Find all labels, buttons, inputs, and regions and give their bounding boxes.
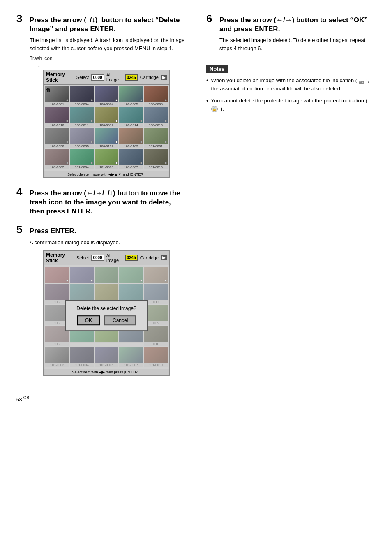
notes-header: Notes [206, 65, 228, 73]
right-column: 6 Press the arrow (←/→) button to select… [202, 12, 376, 383]
ms-cell-label: 100-0102 [95, 144, 118, 148]
ms-cell: 101-0010 [144, 149, 168, 169]
ms-select-value-1: 0000 [91, 74, 104, 81]
ms-footer-1: Select delete image with ◀▶▲▼ and [ENTER… [44, 171, 169, 177]
notes-item-1-text: When you delete an image with the associ… [211, 76, 376, 93]
left-column: 3 Press the arrow (↑/↓) button to select… [16, 12, 190, 383]
ms-cell-label [45, 283, 69, 283]
ms-footer-2: Select item with ◀▶ then press [ENTER] . [44, 369, 169, 375]
ms-select-label-2: Select [76, 255, 89, 260]
step-4-number: 4 [16, 185, 25, 198]
ms-cell: 101-0006 [95, 149, 118, 169]
ms-cell-label: 101-0006 [95, 363, 118, 367]
ms-cell-label: 100-0015 [144, 123, 168, 127]
locale: GB [23, 396, 29, 400]
ms-cell: 101-0006 [95, 347, 118, 367]
ms-cell: 101-0001 [144, 128, 168, 148]
ms-cell-label: 100-0011 [70, 123, 94, 127]
ms-select-label-1: Select [76, 75, 89, 80]
ms-cell-label: 100-0014 [119, 123, 143, 127]
ms-cell-label: 100-0005 [119, 102, 143, 107]
ms-cell-label: 101-0006 [95, 165, 118, 169]
ms-cartridge-2: Cartridge [140, 255, 159, 260]
step-3-title: Press the arrow (↑/↓) button to select “… [30, 16, 186, 34]
step-3-number: 3 [16, 12, 25, 25]
ms-cell-label [119, 342, 143, 343]
step-3-body: The image list is displayed. A trash ico… [30, 36, 186, 52]
ms-count-1: 0245 [125, 74, 138, 81]
ms-cell: 100-0035 [70, 128, 94, 148]
ms-cell-label: 100-0030 [45, 144, 69, 148]
confirm-buttons: OK Cancel [73, 315, 140, 325]
ms-cell-label: 100-0064 [95, 102, 118, 107]
ms-cell: 101-0004 [70, 149, 94, 169]
ms-cell: 101-0002 [45, 149, 69, 169]
ms-cell-label: 101-0002 [45, 363, 69, 367]
ms-cell-label: 001 [144, 342, 168, 346]
page-number: 68 [16, 397, 22, 403]
ms-cell: 101-0019 [144, 347, 168, 367]
ms-ui-2: Memory Stick Select 0000 All Image 0245 … [43, 250, 170, 376]
ms-cell: 100-0015 [144, 107, 168, 127]
trash-arrow-indicator: ↓ [30, 63, 186, 68]
ms-cell-label [95, 342, 118, 343]
trash-icon-label: Trash icon [30, 56, 186, 61]
ms-cell [45, 267, 69, 283]
ms-cell-label: 101-0010 [144, 165, 168, 169]
step-6-number: 6 [206, 12, 215, 25]
ms-cell: 100-0005 [119, 86, 143, 107]
cancel-button[interactable]: Cancel [104, 315, 136, 325]
ms-grid-2-container: 100-009100-015100-001101-0002101-0004101… [44, 265, 169, 369]
memory-stick-ui-1: Memory Stick Select 0000 All Image 0245 … [30, 70, 186, 178]
ms-cell: 101-0004 [70, 347, 94, 367]
ms-cell-label: 101-0007 [119, 165, 143, 169]
confirm-dialog: Delete the selected image? OK Cancel [65, 300, 148, 331]
protect-icon: 🔒 [211, 106, 218, 112]
ms-cell-label: 101-0004 [70, 363, 94, 367]
ms-cell: 100-0011 [70, 107, 94, 127]
ms-cell: 100-0012 [95, 107, 118, 127]
step-6-title: Press the arrow (←/→) button to select “… [219, 16, 376, 34]
ok-button[interactable]: OK [77, 315, 100, 325]
svg-rect-1 [359, 81, 361, 82]
ms-cell-label: 100-0035 [70, 144, 94, 148]
ms-cell-label [144, 283, 168, 283]
ms-ui-1: Memory Stick Select 0000 All Image 0245 … [43, 70, 170, 178]
step-4-block: 4 Press the arrow (←/→/↑/↓) button to mo… [16, 185, 186, 216]
notes-list: When you delete an image with the associ… [206, 76, 376, 113]
ms-cell-label: 100-0004 [70, 102, 94, 107]
notes-item-1: When you delete an image with the associ… [206, 76, 376, 93]
ms-header-2: Memory Stick Select 0000 All Image 0245 … [44, 251, 169, 265]
ms-cell: 100-0004 [70, 86, 94, 107]
ms-cell-label: 100-0008 [144, 102, 168, 107]
notes-item-2-text: You cannot delete the protected image wi… [211, 97, 376, 113]
ms-cell: 100-0064 [95, 86, 118, 107]
ms-title-1: Memory Stick [46, 72, 74, 83]
ms-count-2: 0245 [125, 255, 138, 261]
ms-cell: 100-0010 [45, 107, 69, 127]
ms-select-value-2: 0000 [91, 255, 104, 261]
ms-cell: 100-0014 [119, 107, 143, 127]
ms-header-1: Memory Stick Select 0000 All Image 0245 … [44, 70, 169, 85]
ms-cell-label: 101-0002 [45, 165, 69, 169]
ms-all-image-2: All Image [106, 253, 123, 263]
step-5-header: 5 Press ENTER. [16, 223, 186, 236]
ms-cell [144, 267, 168, 283]
ms-cell: 100-0103 [119, 128, 143, 148]
ms-icon-2: ▶ [161, 255, 167, 260]
page-layout: 3 Press the arrow (↑/↓) button to select… [16, 12, 376, 383]
ms-cell: 100-0102 [95, 128, 118, 148]
page-footer: 68 GB [16, 396, 376, 403]
dialog-prompt: Delete the selected image? [73, 306, 140, 311]
ms-cell: 🗑100-0001 [45, 86, 69, 107]
ms-icon-1: ▶ [161, 75, 167, 80]
step-4-title: Press the arrow (←/→/↑/↓) button to move… [30, 189, 186, 216]
ms-cell-label [95, 283, 118, 283]
step-5-block: 5 Press ENTER. A confirmation dialog box… [16, 223, 186, 376]
trash-icon: 🗑 [46, 87, 51, 93]
ms-cell: 100-0030 [45, 128, 69, 148]
ms-cell-label: 101-0007 [119, 363, 143, 367]
ms-cell-label: 101-0004 [70, 165, 94, 169]
ms-title-2: Memory Stick [46, 252, 74, 264]
ms-cell-label: 100-0010 [45, 123, 69, 127]
